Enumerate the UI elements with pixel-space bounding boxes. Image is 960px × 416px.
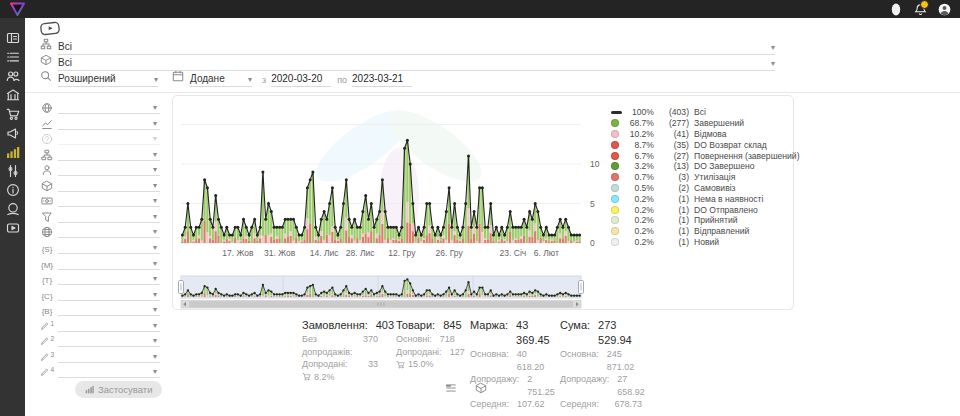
stat-subrow-text: Допродані: <box>396 346 442 359</box>
search-mode-select[interactable]: Розширений ▾ <box>58 73 158 87</box>
filter-select-trend[interactable]: ▾ <box>40 116 160 130</box>
filter-select-banknote[interactable]: ▾ <box>40 193 160 207</box>
view-toggle-list-icon[interactable] <box>445 382 457 394</box>
legend-item[interactable]: 8.7%(35)DO Возврат склад <box>611 139 789 150</box>
profile-icon[interactable] <box>886 0 906 18</box>
navigator-left-handle[interactable] <box>179 281 184 294</box>
legend-swatch <box>611 173 619 181</box>
filter-select-globe-grid[interactable]: ▾ <box>40 224 160 238</box>
legend-item[interactable]: 6.7%(27)Повернення (завершений) <box>611 150 789 161</box>
sidebar-item-users-icon[interactable] <box>0 66 25 85</box>
legend-item[interactable]: 3.2%(13)DO Завершено <box>611 161 789 172</box>
legend-text: 3.2% <box>624 161 654 171</box>
brand-logo-icon[interactable] <box>9 2 26 17</box>
filter-select-token-11[interactable]: {T}▾ <box>40 271 160 285</box>
product-value: Всі <box>58 57 72 68</box>
pencil-icon: 4 <box>40 366 54 378</box>
legend-text: DO Отправлено <box>694 205 758 215</box>
date-to-input[interactable]: 2023-03-21 <box>352 73 412 87</box>
legend-item[interactable]: 0.2%(1)Прийнятий <box>611 215 789 226</box>
product-select[interactable]: Всі ▾ <box>58 57 775 71</box>
stat-subrow-text: Основна: <box>470 348 509 373</box>
notifications-bell-icon[interactable] <box>910 0 930 18</box>
legend-text: 6.7% <box>624 151 654 161</box>
sidebar-item-sliders-icon[interactable] <box>0 161 25 180</box>
chart-scrollbar[interactable] <box>181 301 581 309</box>
chevron-down-icon: ▾ <box>153 291 157 299</box>
legend-item[interactable]: 0.2%(1)Новий <box>611 237 789 248</box>
date-from-input[interactable]: 2020-03-20 <box>271 73 331 87</box>
sidebar-item-video-icon[interactable] <box>0 218 25 237</box>
chart-navigator[interactable] <box>181 276 581 298</box>
category-select[interactable]: Всі ▾ <box>58 41 775 55</box>
legend-item[interactable]: 0.2%(1)Нема в наявності <box>611 193 789 204</box>
filter-select-globe[interactable]: ▾ <box>40 100 160 114</box>
legend-item[interactable]: 0.5%(2)Самовивіз <box>611 183 789 194</box>
legend-text: (27) <box>659 151 689 161</box>
filter-select-custom-4[interactable]: 4▾ <box>40 364 160 378</box>
chevron-down-icon: ▾ <box>153 135 157 143</box>
pencil-icon: 2 <box>40 335 54 347</box>
apply-button[interactable]: Застосувати <box>75 381 162 398</box>
filter-select-token-12[interactable]: {C}▾ <box>40 287 160 301</box>
filter-row-category[interactable]: Всі ▾ <box>40 40 775 55</box>
filter-select-token-9[interactable]: {S}▾ <box>40 240 160 254</box>
legend-text: (1) <box>659 194 689 204</box>
filter-select-custom-3[interactable]: 3▾ <box>40 349 160 363</box>
sidebar-item-orders-icon[interactable] <box>0 47 25 66</box>
legend-swatch <box>611 238 619 246</box>
sidebar-item-analytics-icon[interactable] <box>0 142 25 161</box>
filter-select-token-13[interactable]: {B}▾ <box>40 302 160 316</box>
filter-select-question[interactable]: ▾ <box>40 131 160 145</box>
filter-select-custom-2[interactable]: 2▾ <box>40 333 160 347</box>
stat-subrow-text: 40 618.20 <box>517 348 545 373</box>
legend-swatch <box>611 111 622 113</box>
legend-swatch <box>611 130 619 138</box>
sidebar-item-megaphone-icon[interactable] <box>0 123 25 142</box>
trend-icon <box>40 118 54 130</box>
sidebar-item-dashboard-icon[interactable] <box>0 28 25 47</box>
app-root: { "topbar": { "icons": ["profile", "noti… <box>0 0 960 416</box>
filter-select-funnel[interactable]: ▾ <box>40 209 160 223</box>
legend-text: 0.2% <box>624 194 654 204</box>
legend-text: 0.2% <box>624 226 654 236</box>
chevron-down-icon: ▾ <box>153 213 157 221</box>
filter-select-sitemap[interactable]: ▾ <box>40 147 160 161</box>
navigator-right-handle[interactable] <box>579 281 584 294</box>
banknote-icon <box>40 195 54 207</box>
filter-select-person[interactable]: ▾ <box>40 162 160 176</box>
sidebar-item-globe-hand-icon[interactable] <box>0 199 25 218</box>
legend-text: Всі <box>694 107 706 117</box>
y-axis-tick: 10 <box>590 159 600 169</box>
legend-item[interactable]: 10.2%(41)Відмова <box>611 129 789 140</box>
filter-select-token-10[interactable]: {M}▾ <box>40 256 160 270</box>
search-icon[interactable] <box>40 68 52 86</box>
filter-select-custom-1[interactable]: 1▾ <box>40 318 160 332</box>
legend-text: Прийнятий <box>694 215 738 225</box>
token-icon: {C} <box>40 292 54 301</box>
legend-item[interactable]: 0.2%(1)DO Отправлено <box>611 204 789 215</box>
avatar[interactable] <box>934 0 954 18</box>
filter-row-product[interactable]: Всі ▾ <box>40 56 775 71</box>
view-toggle-package-icon[interactable] <box>475 382 487 394</box>
chevron-down-icon: ▾ <box>153 244 157 252</box>
legend-text: 8.7% <box>624 140 654 150</box>
x-axis-tick: 17. Жов <box>222 248 254 258</box>
stats-column: Сума:273 529.94Основна:245 871.02Допрода… <box>560 318 642 411</box>
calendar-icon[interactable] <box>172 68 184 86</box>
legend-text: (1) <box>659 215 689 225</box>
date-field-select[interactable]: Додане ▾ <box>190 73 252 87</box>
legend-item[interactable]: 0.7%(3)Утилізація <box>611 172 789 183</box>
sidebar-item-cart-icon[interactable] <box>0 104 25 123</box>
sidebar-item-info-icon[interactable] <box>0 180 25 199</box>
x-axis-tick: 31. Жов <box>264 248 296 258</box>
view-toggles <box>445 382 487 394</box>
legend-text: (41) <box>659 129 689 139</box>
sidebar-item-warehouse-icon[interactable] <box>0 85 25 104</box>
legend-item[interactable]: 0.2%(1)Відправлений <box>611 226 789 237</box>
legend-item[interactable]: 100%(403)Всі <box>611 107 789 118</box>
filter-select-package[interactable]: ▾ <box>40 178 160 192</box>
legend-item[interactable]: 68.7%(277)Завершений <box>611 118 789 129</box>
legend-swatch <box>611 152 619 160</box>
sitemap-icon <box>40 149 54 161</box>
